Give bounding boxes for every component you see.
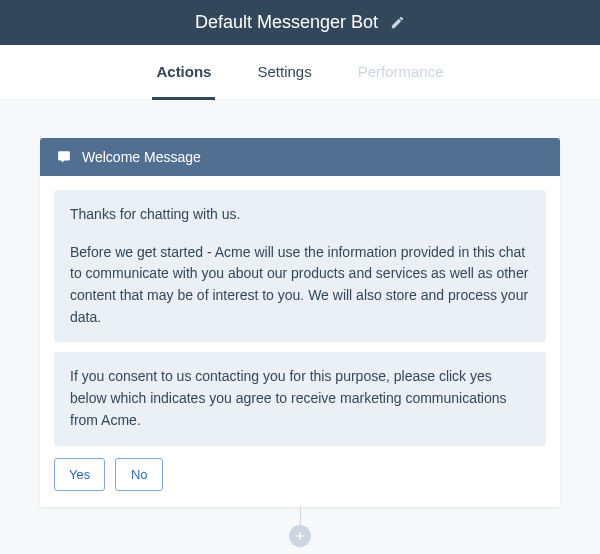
card-header: Welcome Message: [40, 138, 560, 176]
flow-canvas: Welcome Message Thanks for chatting with…: [0, 100, 600, 554]
plus-icon: [293, 529, 307, 543]
chat-bubble-icon: [56, 150, 72, 164]
message-text: Before we get started - Acme will use th…: [70, 242, 530, 329]
top-bar: Default Messenger Bot: [0, 0, 600, 45]
no-button[interactable]: No: [115, 458, 163, 491]
quick-reply-row: Yes No: [54, 458, 546, 491]
yes-button[interactable]: Yes: [54, 458, 105, 491]
tab-actions[interactable]: Actions: [152, 45, 215, 100]
card-title: Welcome Message: [82, 149, 201, 165]
tab-performance: Performance: [354, 45, 448, 100]
welcome-message-card[interactable]: Welcome Message Thanks for chatting with…: [40, 138, 560, 507]
edit-title-icon[interactable]: [390, 15, 405, 30]
tab-settings[interactable]: Settings: [253, 45, 315, 100]
card-body: Thanks for chatting with us. Before we g…: [40, 176, 560, 507]
message-bubble-1: Thanks for chatting with us. Before we g…: [54, 190, 546, 342]
tab-bar: Actions Settings Performance: [0, 45, 600, 100]
add-node-button[interactable]: [289, 525, 311, 547]
message-text: If you consent to us contacting you for …: [70, 368, 507, 427]
page-title: Default Messenger Bot: [195, 12, 378, 33]
message-bubble-2: If you consent to us contacting you for …: [54, 352, 546, 445]
flow-connector: [289, 507, 311, 547]
connector-line: [300, 507, 301, 525]
message-text: Thanks for chatting with us.: [70, 204, 530, 226]
